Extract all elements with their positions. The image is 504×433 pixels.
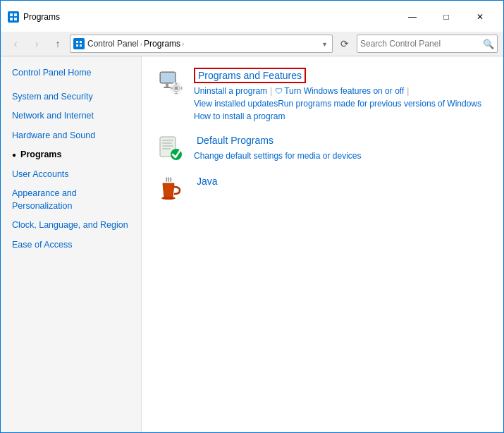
close-button[interactable]: ✕	[464, 6, 496, 28]
address-bar: Control Panel › Programs › ▾	[70, 35, 333, 53]
sidebar-item-ease-access[interactable]: Ease of Access	[1, 236, 141, 255]
sidebar: Control Panel Home System and Security N…	[1, 56, 142, 432]
address-icon	[73, 38, 85, 49]
svg-rect-6	[76, 44, 78, 47]
svg-rect-1	[14, 13, 17, 16]
title-bar: Programs — □ ✕	[1, 1, 503, 32]
address-dropdown-button[interactable]: ▾	[320, 40, 329, 48]
previous-versions-link[interactable]: Run programs made for previous versions …	[278, 99, 481, 109]
window-controls: — □ ✕	[396, 6, 496, 28]
active-bullet: ●	[12, 150, 16, 160]
svg-rect-21	[162, 142, 172, 144]
svg-rect-22	[162, 145, 173, 147]
sidebar-item-appearance[interactable]: Appearance and Personalization	[1, 184, 141, 216]
sidebar-item-clock-language[interactable]: Clock, Language, and Region	[1, 216, 141, 236]
svg-rect-17	[171, 87, 173, 90]
up-button[interactable]: ↑	[49, 35, 67, 53]
sidebar-item-user-accounts[interactable]: User Accounts	[1, 165, 141, 185]
sidebar-item-home[interactable]: Control Panel Home	[1, 63, 141, 83]
svg-rect-5	[80, 41, 82, 43]
svg-rect-4	[76, 41, 78, 43]
uninstall-link[interactable]: Uninstall a program	[194, 86, 267, 96]
refresh-button[interactable]: ⟳	[336, 35, 354, 53]
default-programs-content: Default Programs Change default settings…	[194, 134, 489, 161]
breadcrumb: Control Panel › Programs ›	[87, 39, 184, 49]
main-window: Programs — □ ✕ ‹ › ↑ Control Panel ›	[0, 0, 504, 433]
default-programs-title[interactable]: Default Programs	[194, 134, 276, 147]
programs-features-section: Programs and Features Uninstall a progra…	[156, 68, 489, 121]
installed-updates-link[interactable]: View installed updates	[194, 99, 278, 109]
svg-rect-15	[176, 83, 178, 85]
java-content: Java	[194, 175, 489, 190]
svg-rect-23	[162, 148, 171, 150]
search-box: 🔍	[357, 35, 498, 53]
svg-rect-0	[10, 13, 13, 16]
svg-point-14	[175, 87, 178, 90]
svg-rect-9	[161, 73, 175, 83]
window-icon	[8, 11, 19, 23]
programs-features-content: Programs and Features Uninstall a progra…	[194, 68, 489, 121]
java-title[interactable]: Java	[194, 175, 221, 188]
svg-rect-2	[10, 18, 13, 20]
svg-rect-18	[181, 87, 183, 90]
sidebar-item-system-security[interactable]: System and Security	[1, 87, 141, 107]
nav-bar: ‹ › ↑ Control Panel › Programs › ▾ ⟳	[1, 32, 503, 56]
svg-rect-10	[166, 83, 168, 87]
how-to-install-link[interactable]: How to install a program	[194, 111, 285, 121]
java-section: Java	[156, 175, 489, 203]
programs-features-icon	[156, 68, 184, 96]
sidebar-item-programs: ● Programs	[1, 145, 141, 165]
breadcrumb-programs[interactable]: Programs	[144, 39, 180, 49]
forward-button[interactable]: ›	[27, 35, 46, 53]
shield-icon: 🛡	[275, 87, 283, 95]
main-content: Control Panel Home System and Security N…	[1, 56, 503, 432]
java-icon	[156, 175, 184, 203]
svg-rect-3	[14, 18, 17, 20]
content-area: Programs and Features Uninstall a progra…	[142, 56, 503, 432]
sidebar-item-network-internet[interactable]: Network and Internet	[1, 106, 141, 126]
default-programs-icon	[156, 134, 184, 162]
maximize-button[interactable]: □	[430, 6, 462, 28]
sidebar-item-hardware-sound[interactable]: Hardware and Sound	[1, 126, 141, 146]
search-icon[interactable]: 🔍	[483, 39, 494, 49]
svg-rect-7	[80, 44, 82, 47]
programs-features-title[interactable]: Programs and Features	[194, 68, 306, 83]
programs-features-links: Uninstall a program | 🛡Turn Windows feat…	[194, 86, 489, 121]
default-programs-section: Default Programs Change default settings…	[156, 134, 489, 162]
change-defaults-link[interactable]: Change default settings for media or dev…	[194, 151, 489, 161]
back-button[interactable]: ‹	[6, 35, 25, 53]
windows-features-link[interactable]: 🛡Turn Windows features on or off	[275, 86, 404, 96]
svg-rect-16	[176, 93, 178, 94]
minimize-button[interactable]: —	[396, 6, 429, 28]
svg-rect-20	[162, 140, 173, 141]
search-input[interactable]	[360, 39, 483, 49]
svg-rect-11	[164, 87, 171, 88]
svg-point-25	[161, 197, 176, 200]
window-title: Programs	[23, 12, 396, 22]
breadcrumb-control-panel[interactable]: Control Panel	[87, 39, 139, 49]
